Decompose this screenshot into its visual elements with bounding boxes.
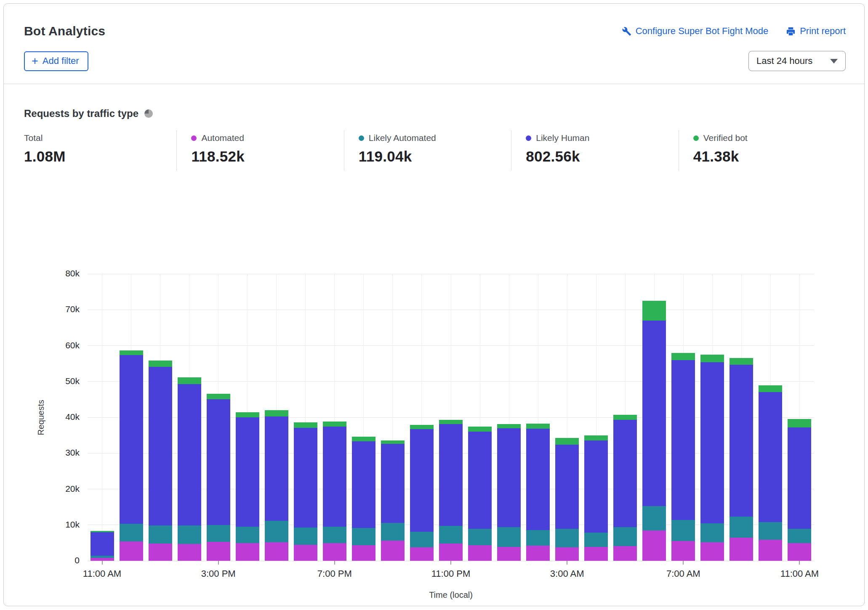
bar-segment-likely-human	[700, 362, 724, 523]
bar-segment-verified-bot	[759, 385, 782, 392]
configure-super-bot-fight-mode-link[interactable]: Configure Super Bot Fight Mode	[622, 26, 769, 37]
bar-segment-likely-automated	[410, 532, 434, 547]
section-header: Requests by traffic type	[4, 84, 864, 119]
print-report-link[interactable]: Print report	[786, 26, 846, 37]
bar-segment-automated	[730, 538, 753, 561]
stat-value: 119.04k	[359, 148, 511, 165]
bar-segment-verified-bot	[555, 438, 579, 444]
bar-segment-automated	[91, 558, 114, 561]
stat-label: Likely Human	[526, 133, 678, 143]
bar-segment-likely-human	[497, 428, 521, 527]
bar-segment-automated	[526, 546, 550, 561]
bar-segment-verified-bot	[788, 419, 811, 427]
bar-segment-automated	[352, 545, 375, 561]
wrench-icon	[622, 27, 631, 36]
bar-segment-likely-human	[526, 429, 550, 530]
time-range-dropdown[interactable]: Last 24 hours	[748, 51, 846, 71]
x-tick	[683, 561, 684, 565]
bar-group	[352, 274, 375, 561]
bar-segment-verified-bot	[207, 394, 230, 399]
bar-segment-likely-automated	[671, 520, 695, 541]
bar-group	[788, 274, 811, 561]
bar-segment-likely-automated	[439, 526, 463, 544]
bar-segment-automated	[584, 547, 608, 561]
bar-group	[120, 274, 143, 561]
bar-segment-verified-bot	[584, 435, 608, 441]
stat-value: 802.56k	[526, 148, 678, 165]
bar-group	[759, 274, 782, 561]
y-tick-label: 0	[4, 555, 80, 565]
bar-segment-likely-human	[468, 432, 492, 529]
bar-segment-verified-bot	[410, 425, 434, 429]
bar-segment-likely-human	[149, 367, 172, 525]
bar-group	[642, 274, 666, 561]
bar-group	[468, 274, 492, 561]
bar-segment-likely-human	[642, 321, 666, 506]
stat-value: 1.08M	[24, 148, 176, 165]
bar-segment-verified-bot	[497, 424, 521, 428]
stats-row: Total 1.08M Automated 118.52k Likely Aut…	[4, 119, 864, 171]
bar-segment-likely-human	[759, 392, 782, 522]
bar-segment-verified-bot	[178, 377, 201, 384]
x-tick-label: 11:00 AM	[69, 568, 136, 579]
x-tick-label: 7:00 AM	[650, 568, 717, 579]
bar-segment-verified-bot	[730, 358, 753, 365]
bar-segment-automated	[439, 544, 463, 561]
bar-segment-likely-human	[613, 420, 637, 527]
bar-segment-verified-bot	[700, 355, 724, 362]
x-tick-label: 11:00 AM	[766, 568, 833, 579]
stat-label: Likely Automated	[359, 133, 511, 143]
bar-segment-automated	[381, 541, 405, 561]
bar-segment-verified-bot	[642, 301, 666, 321]
bar-group	[207, 274, 230, 561]
time-range-value: Last 24 hours	[756, 56, 812, 66]
header-links: Configure Super Bot Fight Mode Print rep…	[622, 26, 846, 37]
x-tick-label: 3:00 PM	[185, 568, 252, 579]
bar-segment-likely-human	[381, 444, 405, 523]
bar-segment-likely-automated	[178, 525, 201, 544]
bar-segment-likely-human	[555, 445, 579, 529]
x-tick	[334, 561, 335, 565]
bar-group	[671, 274, 695, 561]
bar-segment-likely-automated	[120, 524, 143, 541]
bar-segment-verified-bot	[149, 361, 172, 366]
bar-segment-likely-human	[323, 427, 346, 527]
x-tick-label: 3:00 AM	[533, 568, 601, 579]
bar-segment-automated	[700, 542, 724, 561]
bar-segment-automated	[178, 544, 201, 561]
x-tick-label: 7:00 PM	[301, 568, 368, 579]
filter-row: + Add filter Last 24 hours	[4, 38, 864, 71]
add-filter-button[interactable]: + Add filter	[24, 51, 88, 71]
plus-icon: +	[32, 57, 38, 65]
bar-group	[323, 274, 346, 561]
bar-segment-verified-bot	[265, 410, 288, 416]
bar-segment-likely-automated	[613, 527, 637, 546]
stat-total: Total 1.08M	[4, 130, 176, 171]
bar-segment-likely-automated	[555, 529, 579, 547]
stat-value: 41.38k	[693, 148, 846, 165]
automated-dot	[191, 135, 197, 141]
bar-segment-likely-automated	[323, 527, 346, 543]
bar-segment-likely-human	[294, 428, 317, 528]
bar-segment-likely-automated	[497, 527, 521, 547]
y-tick-label: 70k	[4, 304, 80, 314]
add-filter-label: Add filter	[43, 56, 79, 66]
bar-segment-automated	[642, 530, 666, 561]
bar-segment-automated	[613, 546, 637, 561]
bar-group	[555, 274, 579, 561]
bar-group	[236, 274, 259, 561]
configure-link-label: Configure Super Bot Fight Mode	[636, 26, 769, 37]
bar-segment-automated	[265, 542, 288, 561]
bar-segment-verified-bot	[381, 440, 405, 444]
bar-segment-likely-human	[236, 417, 259, 527]
bar-segment-automated	[120, 541, 143, 561]
likely-automated-dot	[359, 135, 364, 141]
y-tick-label: 50k	[4, 376, 80, 386]
bar-segment-likely-automated	[468, 529, 492, 545]
bar-segment-automated	[497, 547, 521, 561]
bar-segment-likely-human	[120, 355, 143, 524]
x-axis-title: Time (local)	[88, 590, 814, 600]
bar-segment-automated	[555, 547, 579, 561]
bar-segment-likely-human	[730, 365, 753, 517]
bar-segment-automated	[236, 543, 259, 561]
